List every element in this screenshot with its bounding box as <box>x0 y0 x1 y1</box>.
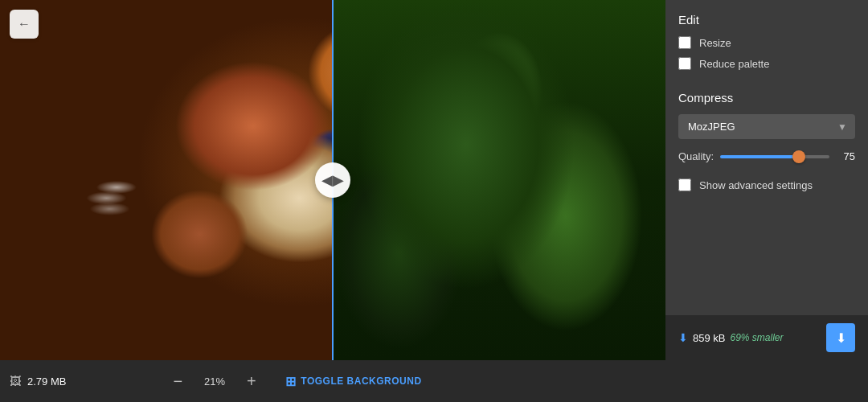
back-arrow-icon: ← <box>18 17 31 31</box>
toggle-background-button[interactable]: ⊞ TOGGLE BACKGROUND <box>285 374 422 389</box>
advanced-settings-checkbox[interactable] <box>678 178 691 191</box>
original-image-half <box>0 0 333 360</box>
edit-section: Edit Resize Reduce palette <box>665 0 868 84</box>
panel-savings-text: 69% smaller <box>730 332 783 343</box>
reduce-palette-checkbox[interactable] <box>678 57 691 70</box>
drag-handle[interactable]: ◀▶ <box>315 162 350 198</box>
drag-handle-icon: ◀▶ <box>321 173 344 187</box>
resize-row: Resize <box>678 36 855 49</box>
quality-value: 75 <box>836 150 855 162</box>
image-comparison-area: ◀▶ ← <box>0 0 665 360</box>
resize-checkbox[interactable] <box>678 36 691 49</box>
original-file-icon: 🖼 <box>10 375 21 388</box>
panda-right-bg <box>333 0 665 360</box>
quality-row: Quality: 75 <box>678 150 855 162</box>
compressed-image-half <box>333 0 665 360</box>
panel-download-icon: ⬇ <box>836 330 846 346</box>
original-size-text: 2.79 MB <box>27 375 66 388</box>
quality-slider[interactable] <box>720 155 829 158</box>
toggle-bg-label: TOGGLE BACKGROUND <box>301 375 421 387</box>
zoom-in-icon: + <box>247 372 256 390</box>
toggle-bg-icon: ⊞ <box>285 374 297 389</box>
reduce-palette-label[interactable]: Reduce palette <box>699 58 769 70</box>
download-small-icon: ⬇ <box>678 331 688 344</box>
panel-compressed-size: 859 kB <box>693 332 725 344</box>
panda-overlay <box>0 0 333 360</box>
resize-label[interactable]: Resize <box>699 37 731 49</box>
zoom-out-button[interactable]: − <box>166 370 189 392</box>
advanced-settings-row: Show advanced settings <box>665 178 868 191</box>
original-size-info: 🖼 2.79 MB <box>10 375 106 388</box>
panel-bottom-bar: ⬇ 859 kB 69% smaller ⬇ <box>665 315 868 360</box>
edit-section-title: Edit <box>678 13 855 27</box>
compress-section-title: Compress <box>678 91 855 105</box>
zoom-level: 21% <box>199 375 231 388</box>
reduce-palette-row: Reduce palette <box>678 57 855 70</box>
panel-file-info: ⬇ 859 kB 69% smaller <box>678 331 784 344</box>
zoom-out-icon: − <box>173 372 182 390</box>
panel-spacer <box>665 199 868 315</box>
advanced-settings-label[interactable]: Show advanced settings <box>699 179 813 191</box>
compress-section: Compress MozJPEG WebP AVIF OxiPNG ▼ Qual… <box>665 84 868 178</box>
zoom-in-button[interactable]: + <box>240 370 263 392</box>
right-panel: Edit Resize Reduce palette Compress MozJ… <box>665 0 868 360</box>
panel-download-button[interactable]: ⬇ <box>826 323 855 352</box>
center-controls: − 21% + ⊞ TOGGLE BACKGROUND <box>106 370 482 392</box>
bottom-bar: 🖼 2.79 MB − 21% + ⊞ TOGGLE BACKGROUND <box>0 360 868 402</box>
codec-select[interactable]: MozJPEG WebP AVIF OxiPNG <box>678 114 855 139</box>
codec-select-wrapper: MozJPEG WebP AVIF OxiPNG ▼ <box>678 114 855 139</box>
back-button[interactable]: ← <box>10 10 39 39</box>
quality-label: Quality: <box>678 150 714 162</box>
